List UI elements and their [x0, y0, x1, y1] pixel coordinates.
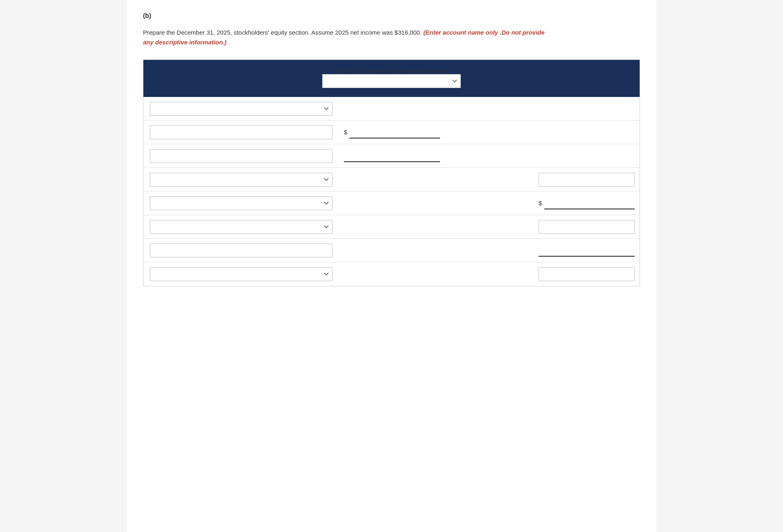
row3-label-col: [143, 146, 339, 166]
row5-label-col: [143, 193, 339, 213]
form-body: $: [143, 97, 640, 286]
row7-right-col: [534, 241, 640, 260]
row2-text-input[interactable]: [150, 125, 332, 139]
table-section-title: Stockholders' Equity: [392, 67, 447, 74]
table-row: [143, 239, 640, 262]
row8-label-col: [143, 264, 339, 284]
row1-dropdown[interactable]: [150, 102, 332, 116]
row4-right-input[interactable]: [539, 173, 635, 187]
table-row: [143, 168, 640, 191]
row1-mid-col: [339, 106, 445, 112]
table-row: [143, 215, 640, 239]
row4-right-col: [534, 169, 640, 190]
section-label: (b): [143, 12, 640, 20]
header-dropdown[interactable]: [322, 74, 461, 88]
table-row: $: [143, 121, 640, 144]
row3-text-input[interactable]: [150, 149, 332, 163]
row8-right-col: [534, 264, 640, 284]
row5-mid-col: [339, 200, 445, 207]
row6-label-col: [143, 217, 339, 237]
row6-dropdown[interactable]: [150, 220, 332, 234]
company-name: ORIOLE COMPANY: [336, 67, 391, 74]
table-row: [143, 144, 640, 168]
row8-dropdown[interactable]: [150, 267, 332, 281]
row4-mid-col: [339, 176, 445, 183]
row3-mid-col: [339, 147, 445, 165]
row7-text-input[interactable]: [150, 244, 332, 257]
row6-mid-col: [339, 224, 445, 230]
row5-right-input[interactable]: [544, 197, 635, 209]
row4-label-col: [143, 169, 339, 190]
instruction-text: Prepare the December 31, 2025, stockhold…: [143, 28, 550, 47]
row1-label-col: [143, 99, 339, 119]
row2-mid-col: $: [339, 123, 445, 142]
table-row: [143, 262, 640, 286]
row7-right-input[interactable]: [539, 244, 635, 257]
row3-right-col: [534, 153, 640, 159]
row2-mid-input[interactable]: [350, 126, 440, 138]
row7-mid-col: [339, 247, 445, 254]
page-container: (b) Prepare the December 31, 2025, stock…: [127, 0, 656, 532]
row2-label-col: [143, 122, 339, 143]
table-row: $: [143, 191, 640, 215]
row5-dollar-sign: $: [539, 200, 542, 207]
row4-dropdown[interactable]: [150, 173, 332, 187]
row7-label-col: [143, 240, 339, 261]
table-header: ORIOLE COMPANY Stockholders' Equity: [143, 60, 640, 97]
equity-table: ORIOLE COMPANY Stockholders' Equity: [143, 59, 640, 286]
row3-mid-input[interactable]: [344, 150, 440, 162]
row5-dropdown[interactable]: [150, 196, 332, 210]
table-row: [143, 97, 640, 121]
row2-dollar-sign: $: [344, 129, 347, 136]
row8-mid-col: [339, 271, 445, 277]
header-dropdown-wrapper: [152, 74, 631, 88]
row8-right-input[interactable]: [539, 267, 635, 281]
row6-right-input[interactable]: [539, 220, 635, 234]
instruction-main: Prepare the December 31, 2025, stockhold…: [143, 29, 422, 36]
row2-right-col: [534, 129, 640, 136]
row5-right-col: $: [534, 194, 640, 213]
row6-right-col: [534, 217, 640, 237]
row1-right-col: [534, 106, 640, 112]
